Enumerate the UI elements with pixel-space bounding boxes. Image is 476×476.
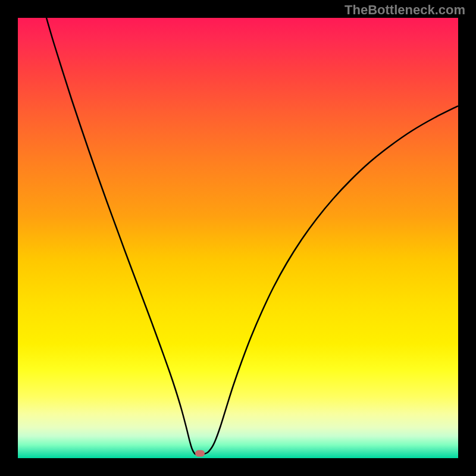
chart-container: TheBottleneck.com <box>0 0 476 476</box>
chart-curve <box>18 18 458 458</box>
plot-area <box>18 18 458 458</box>
data-marker <box>195 450 205 457</box>
watermark-text: TheBottleneck.com <box>345 2 465 18</box>
